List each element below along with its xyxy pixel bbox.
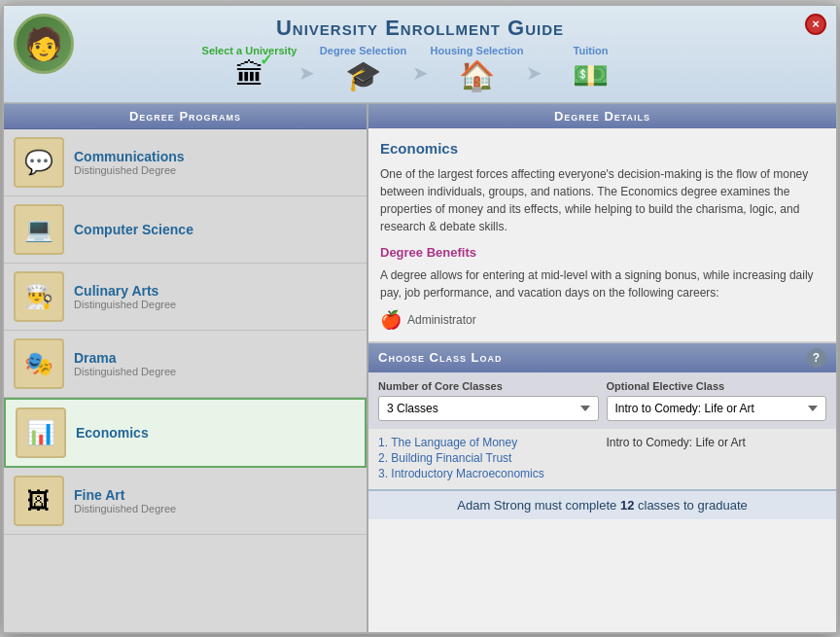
core-classes-list: 1. The Language of Money 2. Building Fin… <box>378 435 599 481</box>
core-class-2[interactable]: 2. Building Financial Trust <box>378 450 599 466</box>
elective-class-entry: Intro to Comedy: Life or Art <box>607 435 827 450</box>
classes-list: 1. The Language of Money 2. Building Fin… <box>368 429 836 489</box>
benefits-title: Degree Benefits <box>380 243 824 263</box>
fine-art-sub: Distinguished Degree <box>74 503 176 514</box>
avatar: 🧑 <box>14 14 74 74</box>
degree-item-economics[interactable]: 📊 Economics <box>4 398 367 468</box>
class-load-header: Choose Class Load ? <box>368 343 836 372</box>
elective-class-group: Optional Elective Class Intro to Comedy:… <box>607 380 827 421</box>
step-degree-selection[interactable]: Degree Selection 🎓 <box>315 45 412 92</box>
core-classes-label: Number of Core Classes <box>378 380 599 392</box>
degree-item-fine-art[interactable]: 🖼 Fine Art Distinguished Degree <box>4 468 367 535</box>
selectors-row: Number of Core Classes 3 Classes 1 Class… <box>368 372 836 429</box>
core-classes-dropdown[interactable]: 3 Classes 1 Class 2 Classes 4 Classes <box>378 396 599 421</box>
career-icon: 🍎 <box>380 307 402 334</box>
close-button[interactable]: × <box>805 14 826 35</box>
fine-art-name: Fine Art <box>74 487 176 503</box>
elective-class-label: Optional Elective Class <box>607 380 827 392</box>
steps-bar: Select a University 🏛 ➤ Degree Selection… <box>19 41 821 94</box>
footer-bar: Adam Strong must complete 12 classes to … <box>368 489 836 519</box>
core-classes-group: Number of Core Classes 3 Classes 1 Class… <box>378 380 599 421</box>
right-panel: Degree Details Economics One of the larg… <box>368 104 836 632</box>
drama-icon: 🎭 <box>14 338 64 389</box>
degree-icon: 🎓 <box>345 58 381 92</box>
degree-details-header: Degree Details <box>368 104 836 128</box>
economics-icon: 📊 <box>16 407 66 458</box>
communications-icon: 💬 <box>14 137 64 188</box>
computer-science-name: Computer Science <box>74 222 193 237</box>
step-select-university[interactable]: Select a University 🏛 <box>201 45 298 91</box>
fine-art-icon: 🖼 <box>14 476 64 526</box>
tuition-icon: 💵 <box>573 58 609 92</box>
enrollment-modal: 🧑 University Enrollment Guide × Select a… <box>2 4 838 634</box>
university-icon: 🏛 <box>235 58 264 91</box>
housing-icon: 🏠 <box>459 58 495 92</box>
help-button[interactable]: ? <box>807 348 826 368</box>
culinary-arts-icon: 👨‍🍳 <box>14 271 64 322</box>
detail-title: Economics <box>380 138 824 160</box>
degree-item-drama[interactable]: 🎭 Drama Distinguished Degree <box>4 331 367 398</box>
core-class-3[interactable]: 3. Introductory Macroeconomics <box>378 466 599 481</box>
left-panel: Degree Programs 💬 Communications Disting… <box>4 104 368 632</box>
career-item: 🍎 Administrator <box>380 307 824 334</box>
culinary-arts-name: Culinary Arts <box>74 283 176 299</box>
detail-body: One of the largest forces affecting ever… <box>380 165 824 235</box>
arrow-1: ➤ <box>298 61 315 85</box>
core-class-1[interactable]: 1. The Language of Money <box>378 435 599 450</box>
drama-name: Drama <box>74 350 176 366</box>
step-tuition[interactable]: Tuition 💵 <box>542 45 640 92</box>
benefits-body: A degree allows for entering at mid-leve… <box>380 266 824 301</box>
class-load-section: Choose Class Load ? Number of Core Class… <box>368 342 836 489</box>
computer-science-icon: 💻 <box>14 204 64 255</box>
footer-prefix: Adam Strong must complete <box>457 498 620 513</box>
class-load-title: Choose Class Load <box>378 350 502 365</box>
modal-header: 🧑 University Enrollment Guide × Select a… <box>4 6 836 103</box>
elective-class-dropdown[interactable]: Intro to Comedy: Life or Art Financial P… <box>607 396 827 421</box>
drama-sub: Distinguished Degree <box>74 366 176 377</box>
footer-suffix: classes to graduate <box>634 498 747 513</box>
communications-sub: Distinguished Degree <box>74 164 185 176</box>
footer-count: 12 <box>620 498 634 513</box>
arrow-2: ➤ <box>412 61 429 85</box>
degree-item-communications[interactable]: 💬 Communications Distinguished Degree <box>4 129 367 196</box>
elective-classes-list: Intro to Comedy: Life or Art <box>607 435 827 481</box>
content-area: Degree Programs 💬 Communications Disting… <box>4 103 836 632</box>
step-housing-selection[interactable]: Housing Selection 🏠 <box>429 45 526 92</box>
degree-programs-header: Degree Programs <box>4 104 367 129</box>
arrow-3: ➤ <box>526 61 542 85</box>
degree-list: 💬 Communications Distinguished Degree 💻 … <box>4 129 367 632</box>
economics-name: Economics <box>76 425 149 441</box>
culinary-arts-sub: Distinguished Degree <box>74 299 176 310</box>
career-name: Administrator <box>407 311 476 329</box>
degree-item-culinary-arts[interactable]: 👨‍🍳 Culinary Arts Distinguished Degree <box>4 264 367 331</box>
modal-title: University Enrollment Guide <box>19 16 821 41</box>
degree-item-computer-science[interactable]: 💻 Computer Science <box>4 196 367 264</box>
communications-name: Communications <box>74 149 185 164</box>
degree-detail: Economics One of the largest forces affe… <box>368 128 836 342</box>
